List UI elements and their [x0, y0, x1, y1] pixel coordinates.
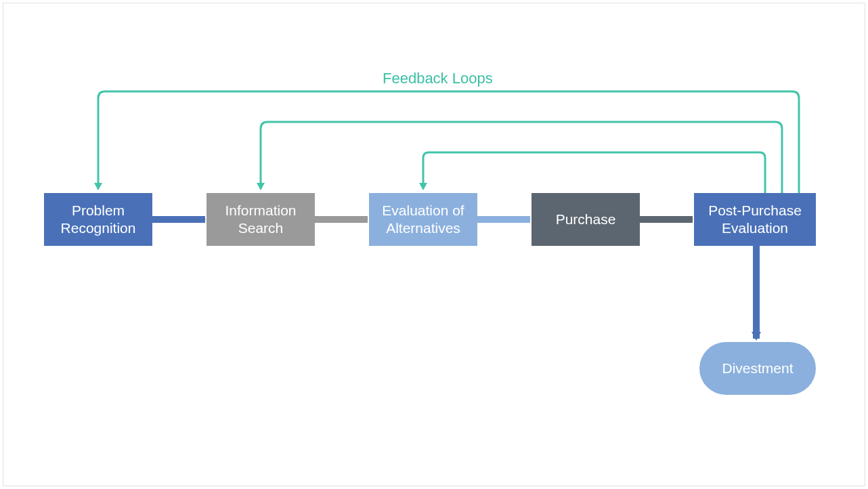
node-purchase: Purchase: [531, 193, 640, 246]
node-evaluation-alternatives: Evaluation ofAlternatives: [369, 193, 477, 246]
node-post-purchase-evaluation: Post-PurchaseEvaluation: [694, 193, 816, 246]
node-label: InformationSearch: [225, 202, 296, 238]
node-problem-recognition: ProblemRecognition: [44, 193, 152, 246]
node-label: ProblemRecognition: [61, 202, 136, 238]
node-divestment: Divestment: [699, 342, 816, 395]
node-label: Purchase: [556, 211, 616, 228]
node-information-search: InformationSearch: [207, 193, 315, 246]
diagram-canvas: ProblemRecognition InformationSearch Eva…: [3, 3, 865, 486]
feedback-loops-label: Feedback Loops: [383, 70, 493, 87]
node-label: Post-PurchaseEvaluation: [708, 202, 802, 238]
node-label: Divestment: [722, 360, 793, 377]
feedback-n5-n2: [261, 122, 782, 193]
feedback-n5-n3: [423, 152, 765, 193]
node-label: Evaluation ofAlternatives: [382, 202, 464, 238]
feedback-n5-n1: [98, 91, 799, 193]
